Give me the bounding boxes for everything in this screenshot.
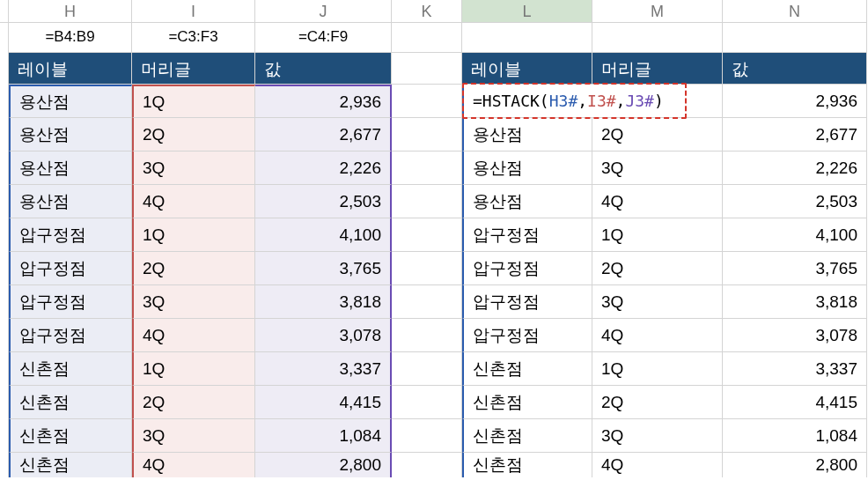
table-cell-label[interactable]: 압구정점 <box>462 252 592 285</box>
table-cell-value[interactable]: 2,936 <box>723 85 867 118</box>
table-cell-label[interactable]: 용산점 <box>9 118 132 151</box>
col-header-N[interactable]: N <box>723 0 867 23</box>
table-cell-label[interactable]: 신촌점 <box>462 352 592 386</box>
table-cell-value[interactable]: 3,078 <box>723 319 867 352</box>
table-cell-header[interactable]: 3Q <box>592 151 723 185</box>
empty-cell[interactable] <box>392 23 462 53</box>
table-cell-label[interactable]: 압구정점 <box>9 319 132 352</box>
empty-cell[interactable] <box>392 453 462 477</box>
table-cell-header[interactable]: 2Q <box>592 118 723 151</box>
table-cell-header[interactable]: 2Q <box>132 118 255 151</box>
table-cell-header[interactable]: 3Q <box>592 419 723 453</box>
col-header-M[interactable]: M <box>592 0 723 23</box>
table-cell-value[interactable]: 4,415 <box>255 386 392 419</box>
right-th-value[interactable]: 값 <box>723 53 867 85</box>
empty-cell[interactable] <box>462 23 592 53</box>
table-cell-label[interactable]: 신촌점 <box>462 419 592 453</box>
table-cell-label[interactable]: 신촌점 <box>9 386 132 419</box>
table-cell-header[interactable]: 3Q <box>132 419 255 453</box>
table-cell-label[interactable]: 압구정점 <box>462 319 592 352</box>
table-cell-label[interactable]: 압구정점 <box>9 252 132 285</box>
table-cell-header[interactable]: 4Q <box>592 185 723 218</box>
empty-cell[interactable] <box>723 23 867 53</box>
table-cell-value[interactable]: 2,226 <box>723 151 867 185</box>
table-cell-header[interactable]: 4Q <box>132 185 255 218</box>
empty-cell[interactable] <box>392 118 462 151</box>
table-cell-header[interactable]: 3Q <box>132 285 255 319</box>
col-header-K[interactable]: K <box>392 0 462 23</box>
table-cell-value[interactable]: 2,936 <box>255 85 392 118</box>
right-th-header[interactable]: 머리글 <box>592 53 723 85</box>
table-cell-value[interactable]: 3,765 <box>723 252 867 285</box>
table-cell-header[interactable]: 1Q <box>132 218 255 252</box>
right-th-label[interactable]: 레이블 <box>462 53 592 85</box>
table-cell-label[interactable]: 압구정점 <box>9 285 132 319</box>
table-cell-value[interactable]: 3,765 <box>255 252 392 285</box>
empty-cell[interactable] <box>392 185 462 218</box>
table-cell-value[interactable]: 3,337 <box>723 352 867 386</box>
empty-cell[interactable] <box>392 252 462 285</box>
left-th-header[interactable]: 머리글 <box>132 53 255 85</box>
table-cell-label[interactable]: 압구정점 <box>462 285 592 319</box>
col-header-L[interactable]: L <box>462 0 592 23</box>
table-cell-value[interactable]: 4,415 <box>723 386 867 419</box>
col-header-H[interactable]: H <box>9 0 132 23</box>
table-cell-header[interactable]: 2Q <box>132 386 255 419</box>
empty-cell[interactable] <box>392 85 462 118</box>
table-cell-label[interactable]: 신촌점 <box>9 419 132 453</box>
table-cell-header[interactable]: 1Q <box>132 85 255 118</box>
table-cell-label[interactable]: 압구정점 <box>9 218 132 252</box>
table-cell-label[interactable]: 신촌점 <box>462 386 592 419</box>
table-cell-header[interactable]: 2Q <box>592 386 723 419</box>
col-header-J[interactable]: J <box>255 0 392 23</box>
table-cell-header[interactable]: 4Q <box>592 453 723 477</box>
empty-cell[interactable] <box>392 53 462 85</box>
empty-cell[interactable] <box>392 218 462 252</box>
table-cell-header[interactable]: 1Q <box>132 352 255 386</box>
empty-cell[interactable] <box>392 285 462 319</box>
empty-cell[interactable] <box>392 319 462 352</box>
empty-cell[interactable] <box>392 151 462 185</box>
table-cell-label[interactable]: 신촌점 <box>462 453 592 477</box>
table-cell-label[interactable]: 용산점 <box>462 151 592 185</box>
table-cell-value[interactable]: 4,100 <box>255 218 392 252</box>
table-cell-label[interactable]: 압구정점 <box>462 218 592 252</box>
table-cell-label[interactable]: 용산점 <box>462 185 592 218</box>
empty-cell[interactable] <box>392 352 462 386</box>
ref-i[interactable]: =C3:F3 <box>132 23 255 53</box>
table-cell-header[interactable]: 4Q <box>592 319 723 352</box>
empty-cell[interactable] <box>592 23 723 53</box>
table-cell-value[interactable]: 2,226 <box>255 151 392 185</box>
table-cell-value[interactable]: 3,818 <box>255 285 392 319</box>
table-cell-header[interactable]: 3Q <box>592 285 723 319</box>
table-cell-value[interactable]: 1,084 <box>255 419 392 453</box>
ref-h[interactable]: =B4:B9 <box>9 23 132 53</box>
table-cell-header[interactable]: 2Q <box>132 252 255 285</box>
table-cell-value[interactable]: 3,818 <box>723 285 867 319</box>
table-cell-label[interactable]: 용산점 <box>462 118 592 151</box>
formula-cell[interactable]: =HSTACK(H3#,I3#,J3#) <box>462 85 723 118</box>
left-th-label[interactable]: 레이블 <box>9 53 132 85</box>
table-cell-value[interactable]: 4,100 <box>723 218 867 252</box>
empty-cell[interactable] <box>392 386 462 419</box>
ref-j[interactable]: =C4:F9 <box>255 23 392 53</box>
table-cell-header[interactable]: 1Q <box>592 352 723 386</box>
table-cell-label[interactable]: 용산점 <box>9 185 132 218</box>
table-cell-label[interactable]: 신촌점 <box>9 453 132 477</box>
table-cell-header[interactable]: 4Q <box>132 319 255 352</box>
table-cell-value[interactable]: 2,677 <box>723 118 867 151</box>
table-cell-value[interactable]: 2,677 <box>255 118 392 151</box>
table-cell-label[interactable]: 용산점 <box>9 85 132 118</box>
empty-cell[interactable] <box>392 419 462 453</box>
table-cell-value[interactable]: 3,078 <box>255 319 392 352</box>
table-cell-value[interactable]: 2,503 <box>255 185 392 218</box>
table-cell-header[interactable]: 2Q <box>592 252 723 285</box>
spreadsheet-grid[interactable]: H I J K L M N =B4:B9 =C3:F3 =C4:F9 레이블 머… <box>0 0 868 477</box>
table-cell-value[interactable]: 2,503 <box>723 185 867 218</box>
col-header-I[interactable]: I <box>132 0 255 23</box>
table-cell-value[interactable]: 3,337 <box>255 352 392 386</box>
table-cell-header[interactable]: 1Q <box>592 218 723 252</box>
table-cell-value[interactable]: 1,084 <box>723 419 867 453</box>
table-cell-header[interactable]: 3Q <box>132 151 255 185</box>
table-cell-value[interactable]: 2,800 <box>723 453 867 477</box>
